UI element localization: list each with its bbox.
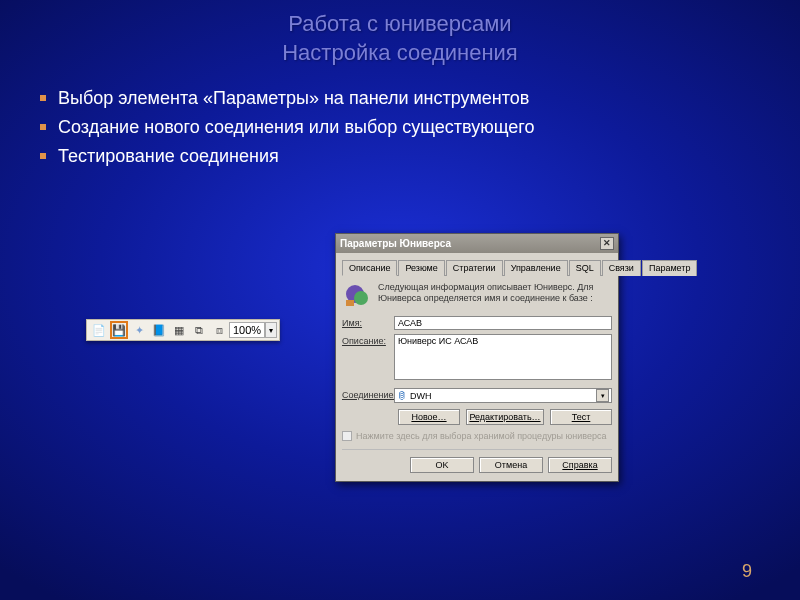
dialog-body: Описание Резюме Стратегии Управление SQL… — [336, 253, 618, 481]
dialog-footer-buttons: OK Отмена Справка — [342, 449, 612, 473]
stored-proc-row: Нажмите здесь для выбора хранимой процед… — [342, 431, 612, 441]
info-row: Следующая информация описывает Юниверс. … — [342, 282, 612, 308]
tab-strategies[interactable]: Стратегии — [446, 260, 503, 276]
description-label: Описание: — [342, 334, 394, 346]
slide-title: Работа с юниверсами Настройка соединения — [0, 0, 800, 67]
zoom-dropdown-icon[interactable]: ▾ — [265, 322, 277, 338]
stored-proc-label: Нажмите здесь для выбора хранимой процед… — [356, 431, 606, 441]
print-icon[interactable]: 📘 — [150, 321, 168, 339]
new-connection-button[interactable]: Новое… — [398, 409, 460, 425]
database-icon: 🛢 — [397, 390, 407, 401]
tab-summary[interactable]: Резюме — [398, 260, 444, 276]
description-row: Описание: Юниверс ИС АСАВ — [342, 334, 612, 380]
name-label: Имя: — [342, 316, 394, 328]
description-input[interactable]: Юниверс ИС АСАВ — [394, 334, 612, 380]
bullet-item: Тестирование соединения — [40, 143, 800, 170]
chevron-down-icon[interactable]: ▾ — [596, 389, 609, 402]
info-text: Следующая информация описывает Юниверс. … — [378, 282, 612, 308]
title-line2: Настройка соединения — [0, 39, 800, 68]
dialog-title: Параметры Юниверса — [340, 238, 451, 249]
tab-sql[interactable]: SQL — [569, 260, 601, 276]
connection-row: Соединение: 🛢 DWH ▾ — [342, 388, 612, 403]
help-button[interactable]: Справка — [548, 457, 612, 473]
list-icon[interactable]: ⧈ — [210, 321, 228, 339]
joins-icon[interactable]: ⧉ — [190, 321, 208, 339]
svg-point-1 — [354, 291, 368, 305]
tab-description[interactable]: Описание — [342, 260, 397, 276]
new-doc-icon[interactable]: 📄 — [90, 321, 108, 339]
test-connection-button[interactable]: Тест — [550, 409, 612, 425]
universe-parameters-dialog: Параметры Юниверса ✕ Описание Резюме Стр… — [335, 233, 619, 482]
bullet-item: Выбор элемента «Параметры» на панели инс… — [40, 85, 800, 112]
tab-management[interactable]: Управление — [504, 260, 568, 276]
close-icon[interactable]: ✕ — [600, 237, 614, 250]
wand-icon[interactable]: ✦ — [130, 321, 148, 339]
connection-select[interactable]: 🛢 DWH ▾ — [394, 388, 612, 403]
zoom-value[interactable]: 100% — [229, 322, 265, 338]
ok-button[interactable]: OK — [410, 457, 474, 473]
connection-label: Соединение: — [342, 388, 394, 400]
bullet-item: Создание нового соединения или выбор сущ… — [40, 114, 800, 141]
svg-rect-2 — [346, 300, 354, 306]
tab-parameter[interactable]: Параметр — [642, 260, 698, 276]
tables-icon[interactable]: ▦ — [170, 321, 188, 339]
bullet-list: Выбор элемента «Параметры» на панели инс… — [40, 85, 800, 170]
universe-info-icon — [342, 282, 372, 308]
title-line1: Работа с юниверсами — [0, 10, 800, 39]
tab-links[interactable]: Связи — [602, 260, 641, 276]
cancel-button[interactable]: Отмена — [479, 457, 543, 473]
connection-buttons: Новое… Редактировать… Тест — [394, 409, 612, 425]
dialog-titlebar: Параметры Юниверса ✕ — [336, 234, 618, 253]
parameters-icon[interactable]: 💾 — [110, 321, 128, 339]
stored-proc-checkbox — [342, 431, 352, 441]
universe-toolbar: 📄 💾 ✦ 📘 ▦ ⧉ ⧈ 100% ▾ — [86, 319, 280, 341]
edit-connection-button[interactable]: Редактировать… — [466, 409, 544, 425]
connection-value: DWH — [410, 391, 593, 401]
dialog-tabs: Описание Резюме Стратегии Управление SQL… — [342, 259, 612, 276]
name-input[interactable]: АСАВ — [394, 316, 612, 330]
name-row: Имя: АСАВ — [342, 316, 612, 330]
page-number: 9 — [742, 561, 752, 582]
